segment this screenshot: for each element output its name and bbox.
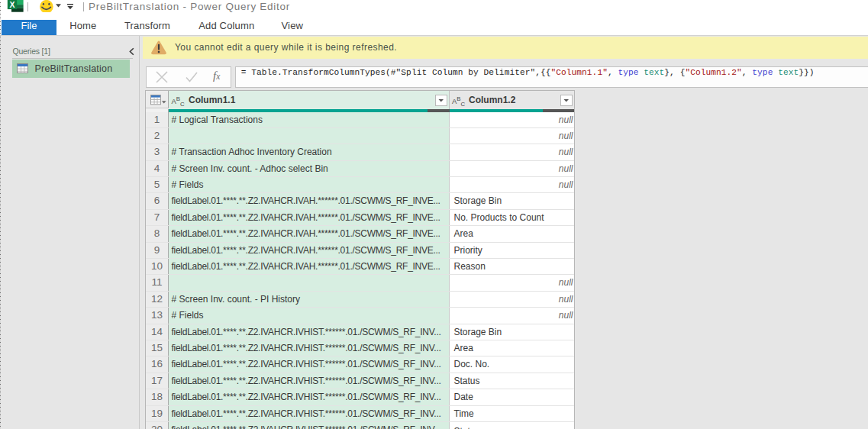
- svg-text:X: X: [9, 0, 15, 9]
